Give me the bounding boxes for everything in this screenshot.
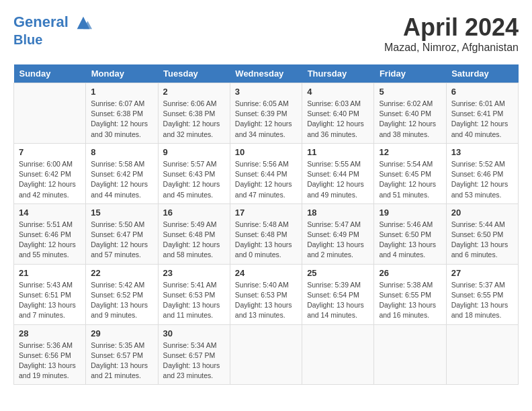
day-number: 30	[163, 328, 225, 338]
calendar-cell: 3Sunrise: 6:05 AM Sunset: 6:39 PM Daylig…	[230, 83, 302, 144]
day-number: 3	[235, 87, 297, 97]
day-info: Sunrise: 5:52 AM Sunset: 6:46 PM Dayligh…	[451, 159, 513, 200]
day-info: Sunrise: 5:40 AM Sunset: 6:53 PM Dayligh…	[235, 280, 297, 321]
day-info: Sunrise: 5:48 AM Sunset: 6:48 PM Dayligh…	[235, 220, 297, 261]
calendar-cell: 13Sunrise: 5:52 AM Sunset: 6:46 PM Dayli…	[446, 143, 518, 203]
day-info: Sunrise: 5:34 AM Sunset: 6:57 PM Dayligh…	[163, 340, 225, 381]
calendar-cell: 14Sunrise: 5:51 AM Sunset: 6:46 PM Dayli…	[14, 203, 86, 264]
day-info: Sunrise: 5:56 AM Sunset: 6:44 PM Dayligh…	[235, 159, 297, 200]
day-info: Sunrise: 6:01 AM Sunset: 6:41 PM Dayligh…	[451, 99, 513, 140]
day-number: 16	[163, 208, 225, 218]
day-info: Sunrise: 5:37 AM Sunset: 6:55 PM Dayligh…	[451, 280, 513, 321]
weekday-header: Sunday	[14, 64, 86, 83]
calendar-cell: 1Sunrise: 6:07 AM Sunset: 6:38 PM Daylig…	[86, 83, 158, 144]
calendar-cell: 27Sunrise: 5:37 AM Sunset: 6:55 PM Dayli…	[446, 264, 518, 324]
day-info: Sunrise: 5:42 AM Sunset: 6:52 PM Dayligh…	[91, 280, 152, 321]
day-number: 4	[307, 87, 369, 97]
day-number: 17	[235, 208, 297, 218]
day-number: 13	[451, 147, 513, 157]
day-info: Sunrise: 5:47 AM Sunset: 6:49 PM Dayligh…	[307, 220, 369, 261]
day-info: Sunrise: 5:50 AM Sunset: 6:47 PM Dayligh…	[91, 220, 152, 261]
calendar-cell: 9Sunrise: 5:57 AM Sunset: 6:43 PM Daylig…	[158, 143, 230, 203]
day-info: Sunrise: 6:02 AM Sunset: 6:40 PM Dayligh…	[379, 99, 441, 140]
logo-text: General	[13, 13, 93, 32]
calendar-cell	[374, 324, 446, 385]
day-number: 8	[91, 147, 152, 157]
day-number: 28	[19, 328, 81, 338]
calendar-week-row: 1Sunrise: 6:07 AM Sunset: 6:38 PM Daylig…	[14, 83, 519, 144]
day-number: 9	[163, 147, 225, 157]
day-number: 21	[19, 268, 81, 278]
day-number: 6	[451, 87, 513, 97]
day-info: Sunrise: 5:57 AM Sunset: 6:43 PM Dayligh…	[163, 159, 225, 200]
day-info: Sunrise: 5:46 AM Sunset: 6:50 PM Dayligh…	[379, 220, 441, 261]
day-number: 2	[163, 87, 225, 97]
weekday-header: Saturday	[446, 64, 518, 83]
day-number: 15	[91, 208, 152, 218]
calendar-cell	[14, 83, 86, 144]
day-number: 29	[91, 328, 152, 338]
calendar-cell: 24Sunrise: 5:40 AM Sunset: 6:53 PM Dayli…	[230, 264, 302, 324]
day-info: Sunrise: 5:58 AM Sunset: 6:42 PM Dayligh…	[91, 159, 152, 200]
day-number: 10	[235, 147, 297, 157]
calendar-week-row: 7Sunrise: 6:00 AM Sunset: 6:42 PM Daylig…	[14, 143, 519, 203]
logo-blue: Blue	[13, 32, 93, 47]
day-info: Sunrise: 5:43 AM Sunset: 6:51 PM Dayligh…	[19, 280, 81, 321]
calendar-cell: 21Sunrise: 5:43 AM Sunset: 6:51 PM Dayli…	[14, 264, 86, 324]
location: Mazad, Nimroz, Afghanistan	[384, 42, 519, 54]
weekday-header: Tuesday	[158, 64, 230, 83]
day-info: Sunrise: 6:00 AM Sunset: 6:42 PM Dayligh…	[19, 159, 81, 200]
day-info: Sunrise: 5:51 AM Sunset: 6:46 PM Dayligh…	[19, 220, 81, 261]
day-info: Sunrise: 6:03 AM Sunset: 6:40 PM Dayligh…	[307, 99, 369, 140]
weekday-header: Friday	[374, 64, 446, 83]
calendar-cell: 8Sunrise: 5:58 AM Sunset: 6:42 PM Daylig…	[86, 143, 158, 203]
page-header: General Blue April 2024 Mazad, Nimroz, A…	[13, 13, 519, 54]
calendar-header-row: SundayMondayTuesdayWednesdayThursdayFrid…	[14, 64, 519, 83]
calendar-week-row: 21Sunrise: 5:43 AM Sunset: 6:51 PM Dayli…	[14, 264, 519, 324]
calendar-cell: 2Sunrise: 6:06 AM Sunset: 6:38 PM Daylig…	[158, 83, 230, 144]
calendar-cell: 10Sunrise: 5:56 AM Sunset: 6:44 PM Dayli…	[230, 143, 302, 203]
day-number: 22	[91, 268, 152, 278]
calendar-cell: 20Sunrise: 5:44 AM Sunset: 6:50 PM Dayli…	[446, 203, 518, 264]
calendar-week-row: 28Sunrise: 5:36 AM Sunset: 6:56 PM Dayli…	[14, 324, 519, 385]
calendar-cell: 4Sunrise: 6:03 AM Sunset: 6:40 PM Daylig…	[302, 83, 374, 144]
day-number: 20	[451, 208, 513, 218]
day-info: Sunrise: 5:44 AM Sunset: 6:50 PM Dayligh…	[451, 220, 513, 261]
day-number: 26	[379, 268, 441, 278]
calendar-cell: 18Sunrise: 5:47 AM Sunset: 6:49 PM Dayli…	[302, 203, 374, 264]
calendar-week-row: 14Sunrise: 5:51 AM Sunset: 6:46 PM Dayli…	[14, 203, 519, 264]
month-title: April 2024	[384, 13, 519, 42]
weekday-header: Thursday	[302, 64, 374, 83]
day-number: 23	[163, 268, 225, 278]
calendar-body: 1Sunrise: 6:07 AM Sunset: 6:38 PM Daylig…	[14, 83, 519, 385]
calendar-table: SundayMondayTuesdayWednesdayThursdayFrid…	[13, 64, 519, 385]
calendar-cell: 6Sunrise: 6:01 AM Sunset: 6:41 PM Daylig…	[446, 83, 518, 144]
day-number: 19	[379, 208, 441, 218]
day-number: 1	[91, 87, 152, 97]
calendar-cell: 30Sunrise: 5:34 AM Sunset: 6:57 PM Dayli…	[158, 324, 230, 385]
calendar-cell: 7Sunrise: 6:00 AM Sunset: 6:42 PM Daylig…	[14, 143, 86, 203]
day-info: Sunrise: 5:36 AM Sunset: 6:56 PM Dayligh…	[19, 340, 81, 381]
day-number: 24	[235, 268, 297, 278]
calendar-cell: 23Sunrise: 5:41 AM Sunset: 6:53 PM Dayli…	[158, 264, 230, 324]
title-block: April 2024 Mazad, Nimroz, Afghanistan	[384, 13, 519, 54]
day-info: Sunrise: 5:41 AM Sunset: 6:53 PM Dayligh…	[163, 280, 225, 321]
weekday-header: Wednesday	[230, 64, 302, 83]
day-number: 18	[307, 208, 369, 218]
calendar-cell: 19Sunrise: 5:46 AM Sunset: 6:50 PM Dayli…	[374, 203, 446, 264]
day-number: 14	[19, 208, 81, 218]
calendar-cell	[302, 324, 374, 385]
day-info: Sunrise: 6:05 AM Sunset: 6:39 PM Dayligh…	[235, 99, 297, 140]
calendar-cell: 28Sunrise: 5:36 AM Sunset: 6:56 PM Dayli…	[14, 324, 86, 385]
calendar-cell: 29Sunrise: 5:35 AM Sunset: 6:57 PM Dayli…	[86, 324, 158, 385]
calendar-cell: 12Sunrise: 5:54 AM Sunset: 6:45 PM Dayli…	[374, 143, 446, 203]
day-info: Sunrise: 5:39 AM Sunset: 6:54 PM Dayligh…	[307, 280, 369, 321]
day-info: Sunrise: 6:07 AM Sunset: 6:38 PM Dayligh…	[91, 99, 152, 140]
calendar-cell: 25Sunrise: 5:39 AM Sunset: 6:54 PM Dayli…	[302, 264, 374, 324]
calendar-cell	[446, 324, 518, 385]
weekday-header: Monday	[86, 64, 158, 83]
day-info: Sunrise: 5:55 AM Sunset: 6:44 PM Dayligh…	[307, 159, 369, 200]
day-info: Sunrise: 6:06 AM Sunset: 6:38 PM Dayligh…	[163, 99, 225, 140]
calendar-cell: 5Sunrise: 6:02 AM Sunset: 6:40 PM Daylig…	[374, 83, 446, 144]
calendar-cell: 15Sunrise: 5:50 AM Sunset: 6:47 PM Dayli…	[86, 203, 158, 264]
